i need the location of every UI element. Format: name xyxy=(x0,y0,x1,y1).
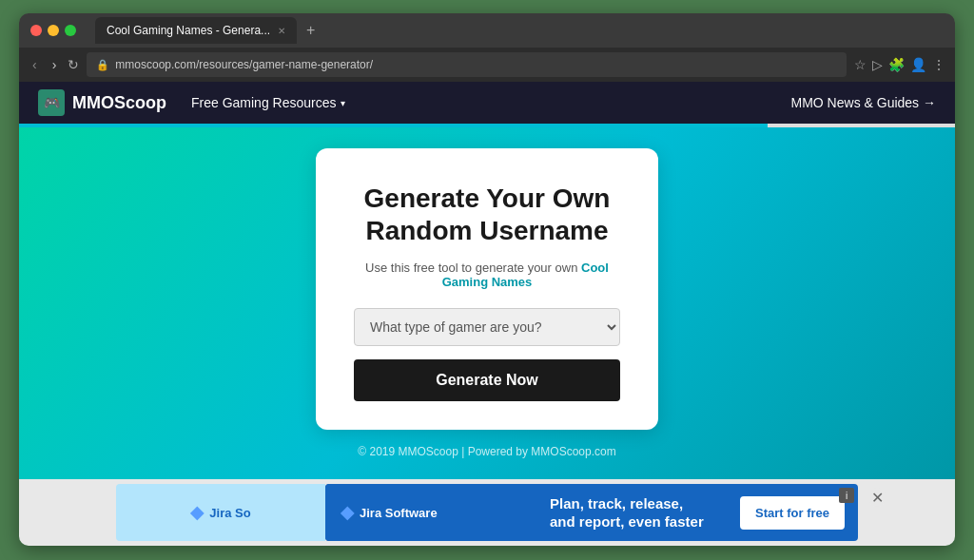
tab-title: Cool Gaming Names - Genera... xyxy=(107,24,270,37)
free-gaming-resources-menu[interactable]: Free Gaming Resources ▾ xyxy=(182,89,355,116)
address-bar[interactable]: 🔒 mmoscoop.com/resources/gamer-name-gene… xyxy=(87,52,847,77)
browser-window: Cool Gaming Names - Genera... ✕ + ‹ › ↻ … xyxy=(19,13,955,546)
card-title: Generate Your OwnRandom Username xyxy=(354,183,620,246)
extensions-icon[interactable]: 🧩 xyxy=(888,57,905,72)
ad-text: Plan, track, release,and report, even fa… xyxy=(535,494,740,531)
jira-logo: ◆ Jira Software xyxy=(341,502,438,523)
subtitle-text: Use this free tool to generate your own xyxy=(365,261,581,275)
generate-now-button[interactable]: Generate Now xyxy=(354,359,620,401)
card-subtitle: Use this free tool to generate your own … xyxy=(354,261,620,289)
title-bar: Cool Gaming Names - Genera... ✕ + xyxy=(19,13,955,48)
minimize-traffic-light[interactable] xyxy=(48,25,59,36)
ad-left-panel: ◆ Jira So xyxy=(116,484,325,541)
jira-light-label: Jira So xyxy=(209,506,250,520)
browser-actions: ☆ ▷ 🧩 👤 ⋮ xyxy=(854,57,945,72)
jira-diamond-icon: ◆ xyxy=(190,502,204,523)
free-gaming-label: Free Gaming Resources xyxy=(191,95,337,110)
jira-blue-diamond-icon: ◆ xyxy=(341,502,354,523)
bookmark-icon[interactable]: ☆ xyxy=(854,57,867,72)
logo-emoji: 🎮 xyxy=(44,95,60,110)
ad-container: ◆ Jira Software Plan, track, release,and… xyxy=(325,484,858,541)
new-tab-button[interactable]: + xyxy=(301,20,321,41)
ad-cta-button[interactable]: Start for free xyxy=(740,496,845,530)
footer-text: © 2019 MMOScoop | Powered by MMOScoop.co… xyxy=(358,445,615,458)
tab-bar: Cool Gaming Names - Genera... ✕ + xyxy=(95,17,944,44)
jira-light-logo: ◆ Jira So xyxy=(190,502,250,523)
lock-icon: 🔒 xyxy=(96,59,109,71)
profile-icon[interactable]: 👤 xyxy=(910,57,926,72)
close-traffic-light[interactable] xyxy=(30,25,42,36)
traffic-lights xyxy=(30,25,76,36)
forward-button[interactable]: › xyxy=(49,55,61,74)
active-tab[interactable]: Cool Gaming Names - Genera... ✕ xyxy=(95,17,297,44)
refresh-button[interactable]: ↻ xyxy=(68,57,79,72)
menu-icon[interactable]: ⋮ xyxy=(932,57,945,72)
ad-info-icon[interactable]: i xyxy=(839,488,854,503)
ad-jira-left: ◆ Jira Software xyxy=(325,484,535,541)
generator-card: Generate Your OwnRandom Username Use thi… xyxy=(316,148,658,429)
back-button[interactable]: ‹ xyxy=(29,55,41,74)
dropdown-arrow-icon: ▾ xyxy=(341,98,345,108)
logo-icon: 🎮 xyxy=(38,89,65,116)
main-content: Generate Your OwnRandom Username Use thi… xyxy=(19,127,955,479)
url-text: mmoscoop.com/resources/gamer-name-genera… xyxy=(115,58,373,71)
address-bar-row: ‹ › ↻ 🔒 mmoscoop.com/resources/gamer-nam… xyxy=(19,48,955,82)
fullscreen-traffic-light[interactable] xyxy=(65,25,76,36)
ad-tagline-text: Plan, track, release,and report, even fa… xyxy=(550,495,704,531)
nav-left: 🎮 MMOScoop Free Gaming Resources ▾ xyxy=(38,89,355,116)
ad-wrapper: ◆ Jira So ◆ Jira Software Plan, track, r… xyxy=(116,484,858,541)
site-logo[interactable]: 🎮 MMOScoop xyxy=(38,89,166,116)
jira-software-label: Jira Software xyxy=(360,506,438,520)
gamer-type-select[interactable]: What type of gamer are you? RPG Gamer FP… xyxy=(354,308,620,346)
site-navbar: 🎮 MMOScoop Free Gaming Resources ▾ MMO N… xyxy=(19,82,955,124)
mmo-news-link[interactable]: MMO News & Guides → xyxy=(791,95,936,110)
cast-icon[interactable]: ▷ xyxy=(872,57,883,72)
ad-bar: ◆ Jira So ◆ Jira Software Plan, track, r… xyxy=(19,479,955,546)
tab-close-icon[interactable]: ✕ xyxy=(278,26,285,36)
mmo-news-text: MMO News & Guides → xyxy=(791,95,936,110)
logo-text: MMOScoop xyxy=(72,93,166,113)
ad-close-button[interactable]: ✕ xyxy=(867,488,886,507)
